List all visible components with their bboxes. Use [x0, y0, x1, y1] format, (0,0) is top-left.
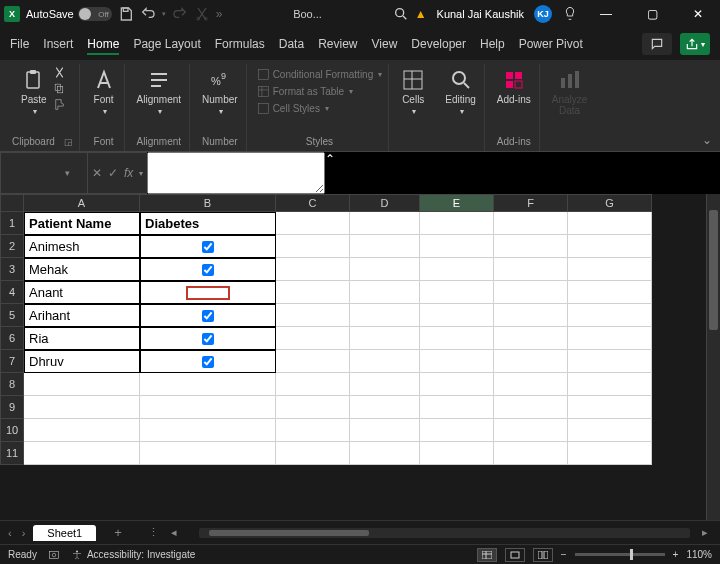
name-box-input[interactable]	[5, 167, 65, 179]
cell-D4[interactable]	[350, 281, 420, 304]
col-header-D[interactable]: D	[350, 194, 420, 212]
cell-D11[interactable]	[350, 442, 420, 465]
diabetes-checkbox[interactable]	[202, 333, 214, 345]
cell-F5[interactable]	[494, 304, 568, 327]
tab-file[interactable]: File	[10, 33, 29, 55]
cell-C11[interactable]	[276, 442, 350, 465]
cell-B1[interactable]: Diabetes	[140, 212, 276, 235]
qat-more[interactable]: »	[216, 7, 223, 21]
cell-E7[interactable]	[420, 350, 494, 373]
col-header-B[interactable]: B	[140, 194, 276, 212]
search-icon[interactable]	[393, 6, 409, 22]
undo-dropdown[interactable]: ▾	[162, 10, 166, 18]
alignment-button[interactable]: Alignment▾	[135, 66, 183, 118]
font-button[interactable]: Font▾	[90, 66, 118, 118]
user-name[interactable]: Kunal Jai Kaushik	[437, 8, 524, 20]
cell-E3[interactable]	[420, 258, 494, 281]
cell-C5[interactable]	[276, 304, 350, 327]
row-header-2[interactable]: 2	[0, 235, 24, 258]
edit-checkbox-focus[interactable]	[186, 286, 230, 300]
avatar[interactable]: KJ	[534, 5, 552, 23]
cell-C8[interactable]	[276, 373, 350, 396]
row-header-10[interactable]: 10	[0, 419, 24, 442]
cell-D7[interactable]	[350, 350, 420, 373]
editing-button[interactable]: Editing▾	[443, 66, 478, 118]
cell-F8[interactable]	[494, 373, 568, 396]
cell-B11[interactable]	[140, 442, 276, 465]
cell-C4[interactable]	[276, 281, 350, 304]
cell-C2[interactable]	[276, 235, 350, 258]
cell-F6[interactable]	[494, 327, 568, 350]
sheet-menu[interactable]: ⋮	[148, 526, 159, 539]
cell-C1[interactable]	[276, 212, 350, 235]
cell-C7[interactable]	[276, 350, 350, 373]
row-header-4[interactable]: 4	[0, 281, 24, 304]
cell-A8[interactable]	[24, 373, 140, 396]
autosave-toggle[interactable]: Off	[78, 7, 112, 21]
cell-G4[interactable]	[568, 281, 652, 304]
col-header-G[interactable]: G	[568, 194, 652, 212]
cell-D8[interactable]	[350, 373, 420, 396]
cell-D10[interactable]	[350, 419, 420, 442]
cell-B2[interactable]	[140, 235, 276, 258]
clipboard-launcher[interactable]: ◲	[58, 137, 73, 147]
tab-data[interactable]: Data	[279, 33, 304, 55]
cell-G6[interactable]	[568, 327, 652, 350]
cell-G7[interactable]	[568, 350, 652, 373]
lightbulb-icon[interactable]	[562, 6, 578, 22]
tab-review[interactable]: Review	[318, 33, 357, 55]
sheet-nav-prev[interactable]: ‹	[8, 527, 12, 539]
cut-icon[interactable]	[53, 66, 66, 79]
diabetes-checkbox[interactable]	[202, 310, 214, 322]
cell-D9[interactable]	[350, 396, 420, 419]
cell-G10[interactable]	[568, 419, 652, 442]
cell-B9[interactable]	[140, 396, 276, 419]
cell-B3[interactable]	[140, 258, 276, 281]
minimize-button[interactable]: —	[588, 0, 624, 28]
cell-E11[interactable]	[420, 442, 494, 465]
tab-developer[interactable]: Developer	[411, 33, 466, 55]
autosave-control[interactable]: AutoSave Off	[26, 7, 112, 21]
cell-A10[interactable]	[24, 419, 140, 442]
cell-A6[interactable]: Ria	[24, 327, 140, 350]
diabetes-checkbox[interactable]	[202, 264, 214, 276]
row-header-1[interactable]: 1	[0, 212, 24, 235]
zoom-slider[interactable]	[575, 553, 665, 556]
share-button[interactable]: ▾	[680, 33, 710, 55]
undo-icon[interactable]	[140, 6, 156, 22]
tab-home[interactable]: Home	[87, 33, 119, 55]
sheet-nav-next[interactable]: ›	[22, 527, 26, 539]
cell-A11[interactable]	[24, 442, 140, 465]
page-break-view-button[interactable]	[533, 548, 553, 562]
save-icon[interactable]	[118, 6, 134, 22]
cell-F3[interactable]	[494, 258, 568, 281]
add-sheet-button[interactable]: +	[104, 523, 132, 542]
maximize-button[interactable]: ▢	[634, 0, 670, 28]
name-box[interactable]: ▾	[0, 152, 88, 194]
format-painter-icon[interactable]	[53, 98, 66, 111]
cell-D5[interactable]	[350, 304, 420, 327]
cell-A4[interactable]: Anant	[24, 281, 140, 304]
cell-B10[interactable]	[140, 419, 276, 442]
cell-G8[interactable]	[568, 373, 652, 396]
cell-E4[interactable]	[420, 281, 494, 304]
cell-E5[interactable]	[420, 304, 494, 327]
tab-powerpivot[interactable]: Power Pivot	[519, 33, 583, 55]
cell-B7[interactable]	[140, 350, 276, 373]
row-header-3[interactable]: 3	[0, 258, 24, 281]
cancel-formula-icon[interactable]: ✕	[92, 166, 102, 180]
cell-B5[interactable]	[140, 304, 276, 327]
cell-G2[interactable]	[568, 235, 652, 258]
tab-formulas[interactable]: Formulas	[215, 33, 265, 55]
cell-G9[interactable]	[568, 396, 652, 419]
fx-icon[interactable]: fx	[124, 166, 133, 180]
cell-F2[interactable]	[494, 235, 568, 258]
cell-F11[interactable]	[494, 442, 568, 465]
cell-C9[interactable]	[276, 396, 350, 419]
col-header-A[interactable]: A	[24, 194, 140, 212]
normal-view-button[interactable]	[477, 548, 497, 562]
hscroll-left[interactable]: ◂	[171, 526, 177, 539]
cell-E2[interactable]	[420, 235, 494, 258]
cell-D6[interactable]	[350, 327, 420, 350]
cell-G1[interactable]	[568, 212, 652, 235]
